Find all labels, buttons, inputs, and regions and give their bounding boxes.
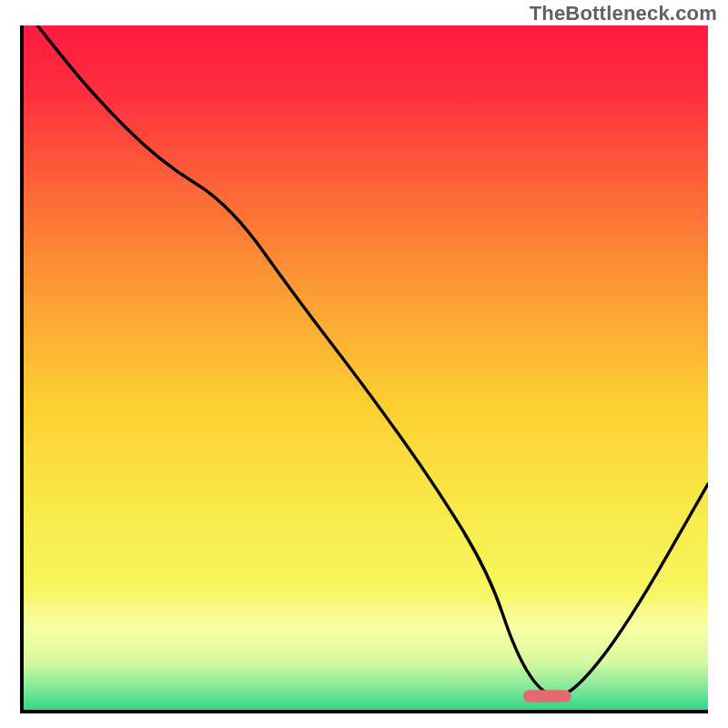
plot-overlay: [24, 25, 708, 710]
plot-area: [20, 25, 708, 713]
bottleneck-curve: [37, 25, 708, 696]
watermark-text: TheBottleneck.com: [530, 2, 717, 25]
marker-pill: [523, 690, 571, 703]
